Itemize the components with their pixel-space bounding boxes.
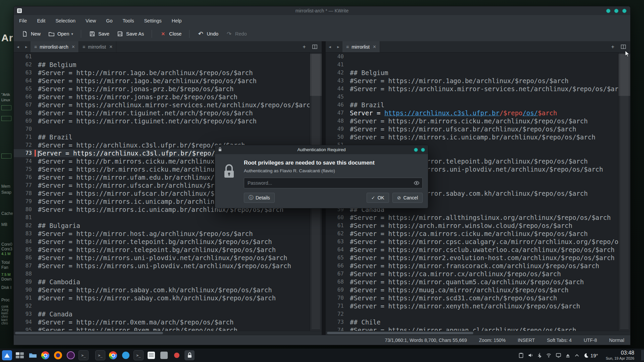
- code-line[interactable]: 68#Server = https://mirror.quantum5.ca/a…: [326, 278, 618, 286]
- cursor-position-status[interactable]: 73/1,060:1, Words 8,700, Chars 55,669: [385, 338, 467, 343]
- code-line[interactable]: 90#Server = http://mirror.sabay.com.kh/a…: [14, 286, 310, 294]
- new-button[interactable]: New: [18, 28, 44, 39]
- task-app-icon[interactable]: [159, 350, 169, 360]
- code-line[interactable]: 67#Server = https://ca.mirror.cx/archlin…: [326, 270, 618, 278]
- clock-widget[interactable]: 03:48 Sun, 19 Apr 2026: [606, 350, 634, 360]
- horizontal-scrollbar[interactable]: [326, 331, 630, 335]
- code-line[interactable]: 83#Server = http://mirror.host.ag/archli…: [14, 230, 310, 238]
- code-line[interactable]: 84#Server = http://mirror.telepoint.bg/a…: [14, 238, 310, 246]
- terminal-icon[interactable]: >_: [78, 350, 89, 360]
- code-line[interactable]: 67#Server = https://archlinux.mirror-ser…: [14, 101, 310, 109]
- tab-mirrorlist[interactable]: ≡ mirrorlist ×: [342, 41, 380, 52]
- code-line[interactable]: 62#Server = https://ca.mirrors.cicku.me/…: [326, 230, 618, 238]
- code-line[interactable]: 61: [14, 53, 310, 61]
- tab-width-status[interactable]: Soft Tabs: 4: [547, 338, 572, 343]
- dolphin-icon[interactable]: [28, 350, 38, 360]
- pager-widget[interactable]: [15, 350, 25, 360]
- encoding-status[interactable]: UTF-8: [584, 338, 597, 343]
- tray-icon-bluetooth[interactable]: [538, 353, 542, 358]
- code-line[interactable]: 50#Server = https://mirrors.ic.unicamp.b…: [326, 133, 618, 141]
- code-line[interactable]: 94#Server = http://mirror.0xem.ma/arch/$…: [14, 318, 310, 326]
- code-line[interactable]: 62## Belgium: [14, 61, 310, 69]
- code-line[interactable]: 44#Server = https://archlinux.mirror-ser…: [326, 85, 618, 93]
- tab-scroll-right-button[interactable]: ▸: [22, 41, 31, 52]
- code-line[interactable]: 95#Server = https://mirror.0xem.ma/arch/…: [14, 326, 310, 331]
- show-password-icon[interactable]: [414, 180, 420, 187]
- dialog-titlebar[interactable]: Authentication Required: [215, 145, 428, 154]
- tab-close-icon[interactable]: ×: [373, 44, 376, 50]
- close-document-button[interactable]: × Close: [156, 28, 185, 39]
- horizontal-scrollbar[interactable]: [14, 331, 322, 335]
- cancel-button[interactable]: ⊘ Cancel: [392, 193, 423, 203]
- tray-icon-eject[interactable]: [566, 353, 570, 358]
- app-launcher-icon[interactable]: [2, 350, 12, 360]
- minimize-button[interactable]: [606, 9, 610, 13]
- menu-item-settings[interactable]: Settings: [144, 18, 161, 23]
- code-line[interactable]: 93## Canada: [14, 310, 310, 318]
- code-line[interactable]: 85#Server = https://mirror.telepoint.bg/…: [14, 246, 310, 254]
- code-line[interactable]: 42## Belgium: [326, 69, 618, 77]
- undo-button[interactable]: ↶ Undo: [194, 28, 222, 39]
- code-line[interactable]: 89## Cambodia: [14, 278, 310, 286]
- password-input[interactable]: [244, 178, 423, 188]
- split-view-button[interactable]: [619, 43, 627, 51]
- code-line[interactable]: 70: [14, 125, 310, 133]
- code-line[interactable]: 65#Server = https://mirror2.evolution-ho…: [326, 254, 618, 262]
- task-recorder-icon[interactable]: [172, 350, 182, 360]
- tray-icon-network[interactable]: [546, 353, 551, 358]
- code-line[interactable]: 70#Server = https://mirror.scd31.com/arc…: [326, 294, 618, 302]
- code-line[interactable]: 92: [14, 302, 310, 310]
- code-line[interactable]: 63#Server = https://mirror.cpsc.ucalgary…: [326, 238, 618, 246]
- code-line[interactable]: 64#Server = https://mirror.1ago.be/archl…: [14, 77, 310, 85]
- code-line[interactable]: 43#Server = https://mirror.1ago.be/archl…: [326, 77, 618, 85]
- details-button[interactable]: ⓘ Details: [244, 193, 275, 203]
- close-window-button[interactable]: [622, 9, 627, 13]
- code-line[interactable]: 60#Server = https://mirror.allthingslinu…: [326, 214, 618, 222]
- tab-close-icon[interactable]: ×: [109, 44, 112, 50]
- code-line[interactable]: 61#Server = https://arch.mirror.winslow.…: [326, 222, 618, 230]
- minimap-scrollbar[interactable]: [618, 53, 630, 331]
- tab-scroll-left-button[interactable]: ◂: [326, 41, 334, 52]
- tor-browser-icon[interactable]: [66, 350, 76, 360]
- code-line[interactable]: 49#Server = https://mirror.ufscar.br/arc…: [326, 125, 618, 133]
- code-line[interactable]: 66#Server = https://mirror.franscorack.c…: [326, 262, 618, 270]
- code-line[interactable]: 68#Server = http://mirror.tiguinet.net/a…: [14, 109, 310, 117]
- menu-item-go[interactable]: Go: [106, 18, 112, 23]
- code-line[interactable]: 74#Server = https://mirror.anguan.cl/arc…: [326, 326, 618, 331]
- code-line[interactable]: 86#Server = http://mirrors.uni-plovdiv.n…: [14, 254, 310, 262]
- task-terminal-icon[interactable]: >_: [133, 350, 144, 360]
- code-line[interactable]: 63#Server = http://mirror.1ago.be/archli…: [14, 69, 310, 77]
- code-line[interactable]: 71#Server = https://mirror.xenyth.net/ar…: [326, 302, 618, 310]
- tab-mirrorlist-arch[interactable]: ≡ mirrorlist-arch ×: [31, 41, 79, 52]
- ok-button[interactable]: ✓ OK: [367, 193, 389, 203]
- scrollbar-thumb[interactable]: [327, 332, 473, 334]
- code-line[interactable]: 66#Server = https://mirror.jonas-prz.be/…: [14, 93, 310, 101]
- code-line[interactable]: 72: [326, 310, 618, 318]
- code-line[interactable]: 45: [326, 93, 618, 101]
- tray-icon-volume[interactable]: [528, 353, 533, 358]
- tab-close-icon[interactable]: ×: [72, 44, 75, 50]
- dialog-close-button[interactable]: [421, 148, 425, 152]
- chrome-icon[interactable]: [40, 350, 50, 360]
- tray-expander-caret-icon[interactable]: [575, 354, 579, 357]
- task-chromium-icon[interactable]: [121, 350, 131, 360]
- tab-scroll-right-button[interactable]: ▸: [334, 41, 342, 52]
- code-line[interactable]: 88: [14, 270, 310, 278]
- new-tab-button[interactable]: +: [609, 43, 617, 51]
- redo-button[interactable]: ↷ Redo: [222, 28, 251, 39]
- menu-item-tools[interactable]: Tools: [123, 18, 134, 23]
- code-line[interactable]: 71## Brazil: [14, 133, 310, 141]
- weather-widget[interactable]: 19°: [584, 353, 598, 358]
- tab-mirrorlist[interactable]: ≡ mirrorlist ×: [79, 41, 116, 52]
- code-line[interactable]: 41: [326, 61, 618, 69]
- insert-mode-status[interactable]: INSERT: [518, 338, 535, 343]
- highlight-mode-status[interactable]: Normal: [609, 338, 624, 343]
- task-chrome-icon[interactable]: [108, 350, 118, 360]
- code-line[interactable]: 65#Server = http://mirror.jonas-prz.be/$…: [14, 85, 310, 93]
- menu-item-edit[interactable]: Edit: [37, 18, 45, 23]
- open-button[interactable]: Open ▾: [44, 28, 77, 39]
- tray-icon-display[interactable]: [556, 353, 561, 358]
- new-tab-button[interactable]: +: [300, 43, 308, 51]
- dialog-help-button[interactable]: [414, 148, 418, 152]
- task-auth-dialog-icon[interactable]: [184, 350, 195, 360]
